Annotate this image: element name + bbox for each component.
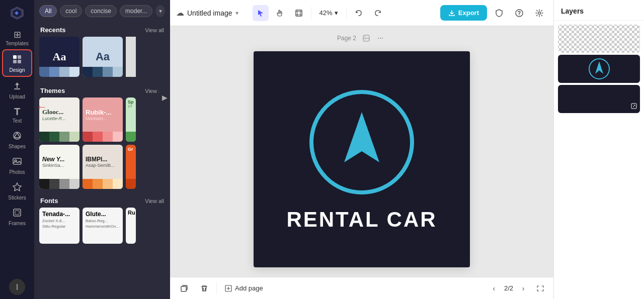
theme-card-5[interactable]: IBMPl... Asap-SemiB...	[83, 145, 123, 189]
layers-panel: Layers	[553, 0, 644, 299]
add-page-label: Add page	[235, 284, 263, 292]
recent-card-2-colors	[83, 67, 123, 77]
filter-more-button[interactable]: ▾	[155, 5, 165, 17]
fonts-title: Fonts	[40, 197, 58, 205]
font-card-2-name: Glute...	[86, 211, 106, 218]
recent-card-partial	[126, 37, 136, 77]
hand-tool-button[interactable]	[272, 5, 288, 21]
layer-item-circle[interactable]	[558, 55, 640, 83]
recent-card-1[interactable]: Aa	[39, 37, 79, 77]
export-button[interactable]: Export	[440, 5, 487, 21]
app-logo[interactable]	[8, 4, 26, 22]
svg-point-21	[380, 38, 381, 39]
add-page-button[interactable]: Add page	[221, 282, 267, 294]
theme-card-2-text: Rubik-... Montserr...	[83, 97, 123, 132]
document-title[interactable]: ☁ Untitled image ▾	[176, 8, 238, 18]
font-card-1[interactable]: Tenada-... Zocbel X-E... Stilu-Regular	[39, 208, 79, 244]
page-indicator: 2/2	[504, 284, 513, 292]
canvas-page[interactable]: RENTAL CAR	[254, 51, 470, 267]
chip-concise[interactable]: concise	[85, 5, 117, 17]
duplicate-page-button[interactable]	[176, 280, 192, 296]
theme-card-6-partial[interactable]: Gr	[126, 145, 136, 189]
chip-all[interactable]: All	[39, 5, 57, 17]
recents-view-all[interactable]: View all	[145, 27, 164, 33]
svg-rect-0	[13, 55, 17, 59]
select-tool-button[interactable]	[253, 5, 269, 21]
nav-item-photos[interactable]: Photos	[2, 152, 32, 178]
theme-card-2[interactable]: Rubik-... Montserr...	[83, 97, 123, 142]
theme-card-4-colors	[39, 179, 79, 189]
svg-marker-6	[14, 133, 20, 138]
prev-page-button[interactable]: ‹	[487, 281, 501, 295]
svg-rect-9	[14, 209, 21, 216]
recent-card-2[interactable]: Aa	[83, 37, 123, 77]
theme-card-1[interactable]: Glooc... Lucette-R...	[39, 97, 79, 142]
page-number-label: Page 2	[337, 35, 356, 42]
layer-item-transparent[interactable]	[558, 25, 640, 53]
shapes-icon	[12, 131, 22, 142]
shield-icon-btn[interactable]	[491, 5, 507, 21]
layer-item-background[interactable]	[558, 85, 640, 113]
title-dropdown-icon: ▾	[235, 10, 238, 17]
text-icon: T	[14, 107, 20, 117]
nav-item-frames[interactable]: Frames	[2, 204, 32, 229]
delete-page-button[interactable]	[196, 280, 212, 296]
themes-next-button[interactable]: ▶	[159, 74, 170, 121]
zoom-dropdown-icon: ▾	[335, 9, 338, 17]
svg-point-12	[17, 286, 18, 288]
theme-card-5-text: IBMPl... Asap-SemiB...	[83, 145, 123, 179]
zoom-control[interactable]: 42% ▾	[315, 7, 342, 19]
recents-grid: Aa Aa	[34, 37, 170, 82]
chip-cool[interactable]: cool	[60, 5, 82, 17]
document-name: Untitled image	[187, 9, 232, 17]
svg-rect-18	[363, 35, 369, 41]
design-icon	[12, 54, 22, 66]
nav-item-upload[interactable]: Upload	[2, 77, 32, 103]
layers-title: Layers	[554, 0, 644, 21]
nav-item-text[interactable]: T Text	[2, 103, 32, 127]
photos-label: Photos	[9, 169, 25, 175]
page-action-more[interactable]	[374, 32, 386, 44]
export-label: Export	[458, 9, 479, 17]
fonts-grid: Tenada-... Zocbel X-E... Stilu-Regular G…	[34, 208, 170, 249]
nav-item-stickers[interactable]: Stickers	[2, 178, 32, 204]
design-side-panel: All cool concise moder... ▾ Recents View…	[34, 0, 170, 299]
font-card-1-name: Tenada-...	[42, 211, 70, 218]
themes-row-2: New Y... SinkinSa... IBMPl... Asap-SemiB…	[39, 145, 165, 189]
top-bar: ☁ Untitled image ▾ 42% ▾	[170, 0, 553, 26]
redo-button[interactable]	[370, 5, 386, 21]
frame-tool-button[interactable]	[291, 5, 307, 21]
undo-button[interactable]	[351, 5, 367, 21]
nav-item-shapes[interactable]: Shapes	[2, 127, 32, 152]
fullscreen-button[interactable]	[533, 281, 547, 295]
theme-card-3-partial[interactable]: Sp ZY	[126, 97, 136, 142]
font-card-2-sub2: HammersmithOn...	[86, 224, 119, 229]
page-label: Page 2	[337, 32, 386, 44]
logo-canvas: RENTAL CAR	[254, 51, 470, 267]
themes-row-1: Glooc... Lucette-R... Rubik-... Montserr…	[39, 97, 165, 142]
recents-title: Recents	[40, 26, 66, 34]
next-page-button[interactable]: ›	[516, 281, 530, 295]
settings-icon-btn[interactable]	[531, 5, 547, 21]
page-actions	[360, 32, 386, 44]
help-icon-btn[interactable]	[511, 5, 527, 21]
svg-rect-2	[13, 60, 17, 63]
theme-card-4-text: New Y... SinkinSa...	[39, 145, 79, 179]
zoom-value: 42%	[319, 9, 333, 17]
stickers-label: Stickers	[8, 195, 26, 201]
canvas-viewport[interactable]: Page 2	[170, 26, 553, 277]
page-action-image[interactable]	[360, 32, 372, 44]
recent-card-2-text: Aa	[96, 50, 110, 63]
toolbar-divider	[311, 7, 311, 19]
nav-item-design[interactable]: Design	[2, 49, 32, 77]
font-card-1-sub1: Zocbel X-E...	[42, 219, 65, 223]
frames-icon	[12, 208, 22, 219]
more-nav-button[interactable]	[9, 279, 25, 295]
left-navigation: ⊞ Templates Design Upload T Text	[0, 0, 34, 299]
fonts-view-all[interactable]: View all	[145, 198, 164, 204]
font-card-3-partial[interactable]: Ru	[126, 208, 136, 244]
theme-card-4[interactable]: New Y... SinkinSa...	[39, 145, 79, 189]
chip-modern[interactable]: moder...	[120, 5, 152, 17]
nav-item-templates[interactable]: ⊞ Templates	[2, 26, 32, 49]
font-card-2[interactable]: Glute... Baloo-Reg... HammersmithOn...	[83, 208, 123, 244]
